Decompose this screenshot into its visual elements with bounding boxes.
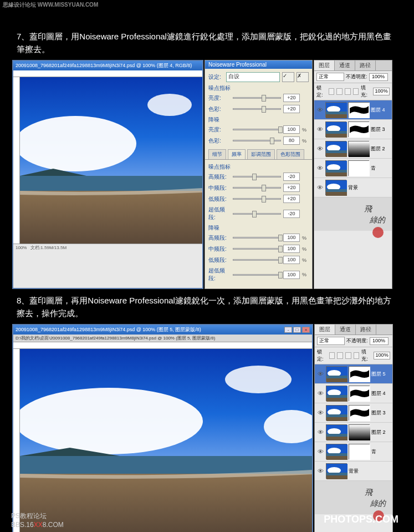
layer-mask-thumbnail[interactable]: [348, 121, 369, 137]
tab-channels[interactable]: 通道: [335, 60, 355, 70]
svg-rect-57: [349, 425, 370, 440]
layer-row[interactable]: 👁背景: [315, 462, 392, 481]
svg-rect-45: [326, 395, 347, 398]
layer-mask-thumbnail[interactable]: [348, 160, 369, 176]
layer-mask-thumbnail[interactable]: [348, 141, 369, 156]
lock-pixels-icon-2[interactable]: [337, 352, 343, 359]
reduce-brightness-slider[interactable]: [233, 129, 281, 130]
layer-mask-thumbnail[interactable]: [349, 424, 370, 440]
visibility-eye-icon[interactable]: 👁: [316, 389, 324, 397]
layer-mask-thumbnail[interactable]: [349, 405, 370, 420]
layer-thumbnail[interactable]: [325, 121, 346, 137]
lock-all-icon-2[interactable]: [354, 352, 360, 359]
layer-mask-thumbnail[interactable]: [349, 386, 370, 401]
layer-name: 图层 4: [371, 107, 390, 114]
ps-title: 20091008_7968201af249fa1298813m9M8jIN3i7…: [16, 62, 192, 69]
visibility-eye-icon[interactable]: 👁: [316, 448, 324, 455]
tab-detail[interactable]: 细节: [208, 149, 226, 159]
fill-input[interactable]: 100%: [373, 88, 390, 95]
red-low-slider[interactable]: [233, 259, 281, 261]
red-mid-slider[interactable]: [233, 248, 281, 250]
lock-all-icon[interactable]: [353, 88, 359, 95]
layer-thumbnail[interactable]: [326, 424, 347, 440]
preset-delete-button[interactable]: ✗: [297, 72, 309, 82]
layer-mask-thumbnail[interactable]: [349, 444, 370, 459]
visibility-eye-icon[interactable]: 👁: [316, 409, 324, 417]
lock-position-icon[interactable]: [345, 88, 351, 95]
svg-point-34: [225, 366, 292, 393]
red-vlow-slider[interactable]: [233, 274, 281, 276]
vlowfreq-slider[interactable]: [233, 213, 281, 215]
ruler-horizontal-2: [13, 342, 312, 349]
tab-frequency[interactable]: 频率: [228, 149, 246, 159]
layer-row[interactable]: 👁图层 5: [315, 364, 392, 384]
layer-row[interactable]: 👁青: [314, 159, 392, 178]
svg-rect-56: [326, 437, 347, 440]
maximize-button[interactable]: □: [293, 327, 301, 333]
tab-layers[interactable]: 图层: [314, 60, 335, 70]
figure-row-1: 20091008_7968201af249fa1298813m9M8jIN3i7…: [0, 55, 414, 289]
layer-row[interactable]: 👁青: [315, 442, 392, 462]
layer-row[interactable]: 👁图层 2: [314, 139, 392, 159]
minimize-button[interactable]: -: [284, 327, 292, 333]
layer-row[interactable]: 👁图层 4: [315, 384, 392, 403]
tab-paths-2[interactable]: 路径: [356, 325, 376, 335]
layer-mask-thumbnail[interactable]: [349, 366, 370, 382]
tab-colorrange[interactable]: 色彩范围: [277, 149, 304, 159]
opacity-input[interactable]: 100%: [369, 73, 388, 81]
brightness-slider[interactable]: [233, 97, 281, 99]
red-high-slider[interactable]: [233, 237, 281, 239]
tab-paths[interactable]: 路径: [355, 60, 376, 70]
color-value[interactable]: +20: [283, 105, 300, 113]
layer-row[interactable]: 👁图层 3: [314, 120, 392, 139]
layer-mask-thumbnail[interactable]: [348, 102, 369, 118]
svg-rect-60: [326, 453, 347, 456]
tab-tone[interactable]: 影调范围: [247, 149, 275, 159]
highfreq-slider[interactable]: [233, 176, 281, 178]
tab-layers-2[interactable]: 图层: [315, 325, 335, 335]
lock-pixels-icon[interactable]: [336, 88, 343, 95]
midfreq-slider[interactable]: [233, 187, 281, 189]
reduce-color-slider[interactable]: [233, 140, 281, 141]
reduce-color-value[interactable]: 80: [283, 136, 300, 145]
layer-thumbnail[interactable]: [325, 160, 346, 176]
layer-thumbnail[interactable]: [326, 463, 347, 479]
lock-position-icon-2[interactable]: [345, 352, 351, 359]
visibility-eye-icon[interactable]: 👁: [316, 428, 324, 436]
blend-mode-select[interactable]: 正常: [316, 73, 344, 81]
layer-row[interactable]: 👁图层 2: [315, 423, 392, 442]
layer-thumbnail[interactable]: [326, 386, 347, 401]
layer-row[interactable]: 👁背景: [314, 178, 392, 197]
brightness-value[interactable]: +20: [283, 94, 300, 102]
layer-thumbnail[interactable]: [325, 141, 346, 156]
document-tab[interactable]: D:\我的文档\桌面\20091008_7968201af249fa129881…: [13, 335, 312, 342]
fill-input-2[interactable]: 100%: [374, 352, 390, 359]
color-slider[interactable]: [233, 108, 281, 110]
layer-thumbnail[interactable]: [326, 444, 347, 459]
lowfreq-slider[interactable]: [233, 198, 281, 200]
reduce-brightness-value[interactable]: 100: [283, 125, 300, 134]
visibility-eye-icon[interactable]: 👁: [316, 467, 324, 475]
layer-thumbnail[interactable]: [326, 405, 347, 420]
layer-row[interactable]: 👁图层 4: [314, 100, 392, 120]
opacity-input-2[interactable]: 100%: [370, 337, 389, 345]
preset-save-button[interactable]: ✓: [282, 72, 294, 82]
layer-thumbnail[interactable]: [326, 366, 347, 382]
visibility-eye-icon[interactable]: 👁: [316, 125, 324, 133]
layer-thumbnail[interactable]: [325, 180, 346, 195]
visibility-eye-icon[interactable]: 👁: [316, 164, 324, 172]
svg-text:綠的: 綠的: [369, 215, 386, 224]
layer-thumbnail[interactable]: [325, 102, 346, 118]
lock-transparent-icon[interactable]: [329, 88, 335, 95]
visibility-eye-icon[interactable]: 👁: [316, 370, 324, 378]
layer-row[interactable]: 👁图层 3: [315, 403, 392, 423]
preset-select[interactable]: 自设: [226, 72, 280, 82]
lock-transparent-icon-2[interactable]: [329, 352, 335, 359]
layer-name: 图层 2: [371, 145, 390, 153]
visibility-eye-icon[interactable]: 👁: [316, 106, 324, 114]
visibility-eye-icon[interactable]: 👁: [316, 145, 324, 153]
tab-channels-2[interactable]: 通道: [335, 325, 356, 335]
blend-mode-select-2[interactable]: 正常: [317, 337, 345, 345]
visibility-eye-icon[interactable]: 👁: [316, 184, 324, 191]
close-button[interactable]: ×: [302, 327, 310, 333]
